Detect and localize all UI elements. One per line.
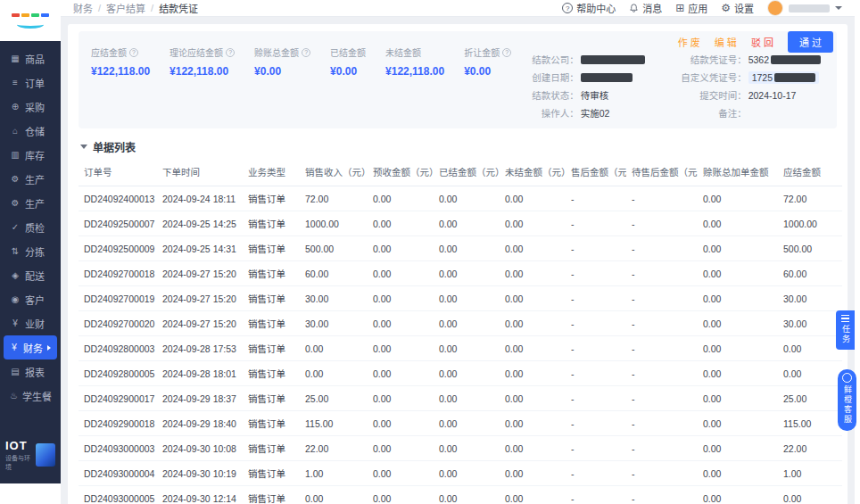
table-cell: - xyxy=(626,436,698,461)
iot-thumbnail-image xyxy=(36,443,55,467)
column-header[interactable]: 待售后金额（元） xyxy=(626,158,698,186)
help-center-button[interactable]: 帮助中心 xyxy=(562,1,616,15)
table-cell: 0.00 xyxy=(698,186,778,211)
sidebar-item[interactable]: ¥ 业财 xyxy=(4,311,57,335)
table-cell: 0.00 xyxy=(698,311,778,336)
column-header[interactable]: 售后金额（元） xyxy=(566,158,626,186)
table-cell: DD24093000003 xyxy=(79,436,157,461)
table-row[interactable]: DD240930000042024-09-30 10:19销售订单1.000.0… xyxy=(79,461,842,486)
sidebar-item[interactable]: ▦ 商品 xyxy=(4,46,57,70)
table-cell: 0.00 xyxy=(698,386,778,411)
customer-service-button[interactable]: 鲜橙客服 xyxy=(838,369,856,431)
sidebar-item[interactable]: ⌂ 仓储 xyxy=(4,119,57,143)
table-cell: 0.00 xyxy=(368,486,434,504)
table-row[interactable]: DD240925000092024-09-25 14:31销售订单500.000… xyxy=(79,236,842,261)
operator-value: 实施02 xyxy=(581,106,610,120)
table-cell: 0.00 xyxy=(500,261,566,286)
table-row[interactable]: DD240927000192024-09-27 15:20销售订单30.000.… xyxy=(79,286,842,311)
reject-button[interactable]: 驳 回 xyxy=(751,35,773,49)
sidebar-item[interactable]: ⊕ 采购 xyxy=(4,95,57,119)
table-cell: 2024-09-30 10:08 xyxy=(157,436,243,461)
table-row[interactable]: DD240928000032024-09-28 17:53销售订单0.000.0… xyxy=(79,336,842,361)
column-header[interactable]: 业务类型 xyxy=(243,158,300,186)
sidebar-item[interactable]: ⇅ 分拣 xyxy=(4,239,57,263)
table-cell: - xyxy=(566,286,626,311)
table-row[interactable]: DD240930000052024-09-30 12:14销售订单0.000.0… xyxy=(79,486,842,504)
sidebar-item[interactable]: ¥ 财务 xyxy=(4,335,57,359)
table-row[interactable]: DD240924000132024-09-24 18:11销售订单72.000.… xyxy=(79,186,842,211)
table-cell: 2024-09-25 14:31 xyxy=(157,236,243,261)
sidebar-item[interactable]: ◉ 客户 xyxy=(4,287,57,311)
table-cell: - xyxy=(626,186,698,211)
table-cell: - xyxy=(566,436,626,461)
table-row[interactable]: DD240929000182024-09-29 18:40销售订单115.000… xyxy=(79,411,842,436)
table-cell: 0.00 xyxy=(500,436,566,461)
topbar-utils: 帮助中心 消息 应用 设置 xyxy=(562,0,842,16)
sidebar-item[interactable]: ⚙ 生产 xyxy=(4,167,57,191)
sidebar-item[interactable]: ◈ 配送 xyxy=(4,263,57,287)
settings-button[interactable]: 设置 xyxy=(721,1,754,15)
void-button[interactable]: 作 废 xyxy=(678,35,700,49)
table-cell: DD24092500007 xyxy=(79,211,157,236)
apps-button[interactable]: 应用 xyxy=(675,1,707,15)
sidebar-item[interactable]: ✓ 质检 xyxy=(4,215,57,239)
delivery-icon: ◈ xyxy=(10,270,21,280)
table-row[interactable]: DD240930000032024-09-30 10:08销售订单22.000.… xyxy=(79,436,842,461)
table-cell: 销售订单 xyxy=(243,186,300,211)
table-cell: 0.00 xyxy=(500,311,566,336)
task-panel-toggle[interactable]: 任务 xyxy=(836,310,855,350)
edit-button[interactable]: 编 辑 xyxy=(715,35,737,49)
table-cell: 0.00 xyxy=(500,486,566,504)
sidebar-item[interactable]: ▥ 库存 xyxy=(4,143,57,167)
approve-button[interactable]: 通 过 xyxy=(788,31,833,53)
breadcrumb-link[interactable]: 结款凭证 xyxy=(159,1,198,15)
table-cell: 25.00 xyxy=(778,386,842,411)
sidebar-item[interactable]: ≡ 订单 xyxy=(4,70,57,95)
breadcrumb-link[interactable]: 客户结算 xyxy=(106,1,145,15)
table-row[interactable]: DD240929000172024-09-29 18:37销售订单25.000.… xyxy=(79,386,842,411)
info-icon[interactable] xyxy=(226,48,235,57)
column-header[interactable]: 销售收入（元） xyxy=(300,158,368,186)
report-icon: ▤ xyxy=(10,367,21,376)
table-cell: 0.00 xyxy=(698,361,778,386)
column-header[interactable]: 未结金额（元） xyxy=(500,158,566,186)
table-row[interactable]: DD240927000202024-09-27 15:20销售订单30.000.… xyxy=(79,311,842,336)
column-header[interactable]: 赊账总加单金额 xyxy=(698,158,778,186)
table-cell: 0.00 xyxy=(500,386,566,411)
column-header[interactable]: 已结金额（元） xyxy=(434,158,500,186)
sidebar-item[interactable]: ⚙ 生产 xyxy=(4,191,57,215)
table-cell: 1.00 xyxy=(300,461,368,486)
sidebar-item[interactable]: ♨ 学生餐 xyxy=(4,384,57,408)
messages-button[interactable]: 消息 xyxy=(629,1,662,15)
table-cell: 0.00 xyxy=(698,261,778,286)
column-header[interactable]: 预收金额（元） xyxy=(368,158,434,186)
info-icon[interactable] xyxy=(129,48,138,57)
business-finance-icon: ¥ xyxy=(10,318,21,328)
table-row[interactable]: DD240925000072024-09-25 14:25销售订单1000.00… xyxy=(79,211,842,236)
table-cell: DD24092900017 xyxy=(79,386,157,411)
create-date-redacted xyxy=(581,73,633,82)
breadcrumb-link[interactable]: 财务 xyxy=(73,1,93,15)
customer-service-label: 鲜橙客服 xyxy=(843,385,851,425)
table-cell: 30.00 xyxy=(300,286,368,311)
table-cell: 2024-09-25 14:25 xyxy=(157,211,243,236)
table-row[interactable]: DD240928000052024-09-28 18:01销售订单0.000.0… xyxy=(79,361,842,386)
iot-module[interactable]: IOT 设备与环境 xyxy=(0,432,61,483)
column-header[interactable]: 下单时间 xyxy=(157,158,243,186)
table-row[interactable]: DD240927000182024-09-27 15:20销售订单60.000.… xyxy=(79,261,842,286)
voucher-no-prefix: 5362 xyxy=(748,54,769,65)
table-cell: 销售订单 xyxy=(243,411,300,436)
sidebar-item[interactable]: ▤ 报表 xyxy=(4,359,57,384)
info-icon[interactable] xyxy=(502,48,511,57)
table-cell: DD24092700018 xyxy=(79,261,157,286)
documents-section-toggle[interactable]: 单据列表 xyxy=(80,139,835,154)
create-date-field: 创建日期： xyxy=(513,70,645,84)
info-icon[interactable] xyxy=(302,48,310,57)
breadcrumb: 财务 客户结算 结款凭证 xyxy=(73,1,198,15)
column-header[interactable]: 应结金额 xyxy=(778,158,842,186)
account-menu[interactable] xyxy=(767,0,842,16)
table-cell: 72.00 xyxy=(300,186,368,211)
column-header[interactable]: 订单号 xyxy=(79,158,157,186)
table-cell: - xyxy=(566,186,626,211)
table-cell: 0.00 xyxy=(698,336,778,361)
